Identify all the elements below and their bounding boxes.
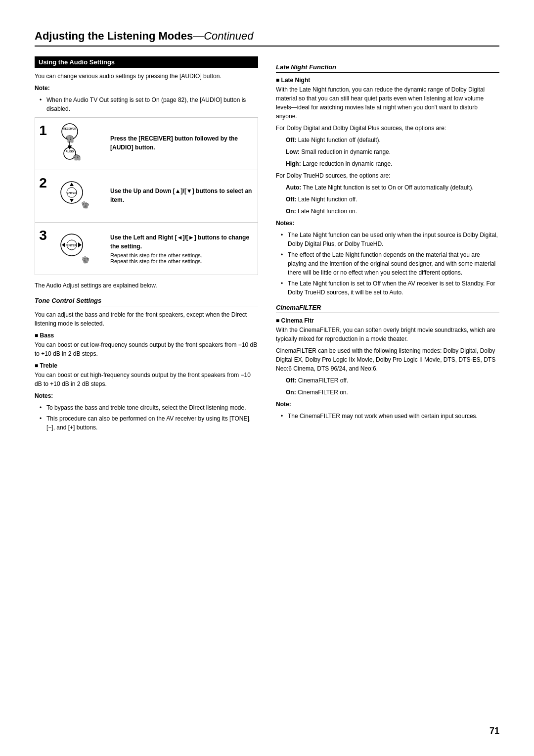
svg-rect-6 (72, 138, 73, 142)
svg-text:AUDIO: AUDIO (66, 150, 74, 153)
treble-heading: ■ Treble (35, 362, 258, 369)
thd-option-off: Off: Late Night function off. (286, 195, 499, 204)
cinema-filter-modes: CinemaFILTER can be used with the follow… (276, 346, 499, 373)
dd-option-off: Off: Late Night function off (default). (286, 136, 499, 144)
cinema-note-list: The CinemaFILTER may not work when used … (276, 412, 499, 421)
left-column: Using the Audio Settings You can change … (35, 56, 258, 436)
dolby-digital-options: Off: Late Night function off (default). … (276, 136, 499, 168)
dolby-truehd-options: Auto: The Late Night function is set to … (276, 183, 499, 216)
section-header-audio: Using the Audio Settings (35, 56, 258, 68)
svg-point-8 (64, 147, 76, 159)
step-2-text: Use the Up and Down [▲]/[▼] buttons to s… (105, 170, 258, 222)
svg-marker-18 (70, 183, 74, 186)
late-night-intro: With the Late Night function, you can re… (276, 85, 499, 121)
step-2-number: 2 (35, 170, 51, 222)
step-2-row: 2 ENTER (35, 170, 258, 223)
svg-rect-14 (79, 156, 80, 160)
late-night-section-title: Late Night Function (276, 63, 499, 73)
svg-text:ENTER: ENTER (67, 191, 77, 194)
cinema-filter-intro: With the CinemaFILTER, you can soften ov… (276, 326, 499, 343)
step-1-text: Press the [RECEIVER] button followed by … (105, 118, 258, 170)
dolby-truehd-label: For Dolby TrueHD sources, the options ar… (276, 171, 499, 180)
late-night-notes-label: Notes: (276, 219, 499, 228)
tone-note-1: To bypass the bass and treble tone circu… (40, 403, 258, 412)
cf-option-on: On: CinemaFILTER on. (286, 388, 499, 397)
treble-text: You can boost or cut high-frequency soun… (35, 371, 258, 388)
svg-rect-23 (86, 202, 87, 208)
note-label: Note: (35, 84, 258, 93)
right-column: Late Night Function ■ Late Night With th… (276, 56, 499, 436)
bass-text: You can boost or cut low-frequency sound… (35, 340, 258, 358)
dolby-digital-label: For Dolby Digital and Dolby Digital Plus… (276, 124, 499, 133)
svg-marker-28 (62, 242, 65, 247)
note-list: When the Audio TV Out setting is set to … (35, 95, 258, 113)
step-2-svg: ENTER (56, 175, 100, 217)
page-number: 71 (490, 726, 499, 736)
step-3-image: ENTER (51, 223, 105, 275)
step-3-text: Use the Left and Right [◄]/[►] buttons t… (105, 223, 258, 275)
dd-option-high: High: Large reduction in dynamic range. (286, 159, 499, 168)
svg-text:ENTER: ENTER (67, 244, 77, 247)
svg-text:RECEIVER: RECEIVER (63, 127, 76, 130)
svg-rect-13 (78, 155, 79, 160)
thd-option-auto: Auto: The Late Night function is set to … (286, 183, 499, 192)
step-1-number: 1 (35, 118, 51, 170)
svg-rect-5 (71, 137, 72, 142)
svg-rect-4 (69, 136, 70, 142)
thd-option-on: On: Late Night function on. (286, 207, 499, 216)
cinema-note-label: Note: (276, 400, 499, 409)
ln-note-2: The effect of the Late Night function de… (281, 250, 499, 277)
tone-control-title: Tone Control Settings (35, 297, 258, 306)
cinema-note-1: The CinemaFILTER may not work when used … (281, 412, 499, 421)
tone-notes-list: To bypass the bass and treble tone circu… (35, 403, 258, 432)
tone-intro: You can adjust the bass and treble for t… (35, 310, 258, 328)
audio-intro: You can change various audio settings by… (35, 72, 258, 81)
after-steps-text: The Audio Adjust settings are explained … (35, 281, 258, 290)
note-item: When the Audio TV Out setting is set to … (40, 95, 258, 113)
step-3-svg: ENTER (56, 228, 100, 270)
cinema-filter-options: Off: CinemaFILTER off. On: CinemaFILTER … (276, 376, 499, 397)
step-2-image: ENTER (51, 170, 105, 222)
svg-marker-29 (78, 242, 82, 247)
svg-rect-12 (76, 154, 77, 160)
svg-rect-11 (75, 155, 76, 160)
treble-section: ■ Treble You can boost or cut high-frequ… (35, 362, 258, 388)
cinema-filter-heading: ■ Cinema Fltr (276, 317, 499, 324)
page-title: Adjusting the Listening Modes—Continued (35, 30, 499, 47)
step-3-number: 3 (35, 223, 51, 275)
ln-note-1: The Late Night function can be used only… (281, 231, 499, 248)
svg-rect-32 (85, 256, 86, 263)
steps-container: 1 RECEIVER (35, 117, 258, 275)
late-night-heading: ■ Late Night (276, 77, 499, 84)
tone-notes-label: Notes: (35, 391, 258, 400)
step-1-svg: RECEIVER AUDIO (56, 123, 100, 165)
step-3-sub-note: Repeat this step for the other settings. (110, 252, 253, 258)
step-3-repeat: Repeat this step for the other settings. (110, 258, 253, 264)
tone-note-2: This procedure can also be performed on … (40, 414, 258, 432)
ln-note-3: The Late Night function is set to Off wh… (281, 279, 499, 297)
bass-heading: ■ Bass (35, 332, 258, 339)
svg-rect-3 (68, 137, 69, 142)
bass-section: ■ Bass You can boost or cut low-frequenc… (35, 332, 258, 358)
cinema-filter-title: CinemaFILTER (276, 304, 499, 313)
dd-option-low: Low: Small reduction in dynamic range. (286, 147, 499, 156)
late-night-notes-list: The Late Night function can be used only… (276, 231, 499, 297)
step-1-row: 1 RECEIVER (35, 118, 258, 170)
cf-option-off: Off: CinemaFILTER off. (286, 376, 499, 385)
svg-marker-19 (70, 199, 74, 202)
step-3-row: 3 ENTER (35, 223, 258, 275)
step-1-image: RECEIVER AUDIO (51, 118, 105, 170)
